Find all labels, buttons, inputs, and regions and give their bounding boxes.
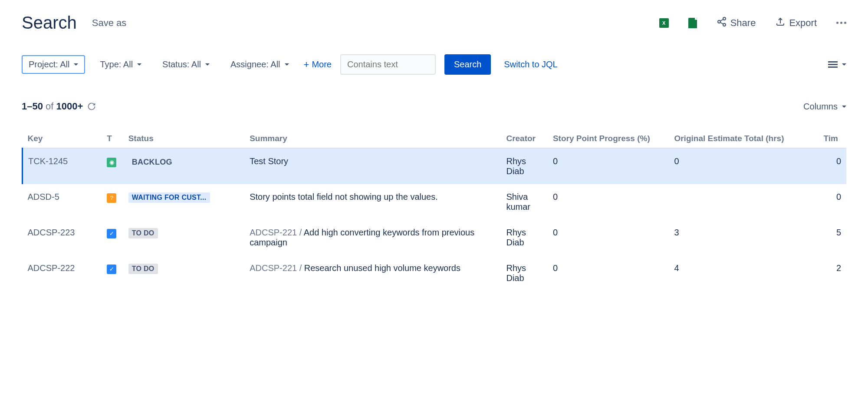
cell-key[interactable]: ADCSP-222 bbox=[23, 255, 102, 291]
col-header-tim[interactable]: Tim bbox=[818, 129, 846, 148]
svg-point-2 bbox=[723, 23, 726, 26]
cell-tim: 0 bbox=[818, 148, 846, 184]
svg-line-3 bbox=[720, 19, 723, 21]
results-table-wrap: Key T Status Summary Creator Story Point… bbox=[22, 129, 846, 291]
cell-spp: 0 bbox=[548, 255, 669, 291]
results-table: Key T Status Summary Creator Story Point… bbox=[22, 129, 846, 291]
filter-type-label: Type: All bbox=[100, 60, 133, 69]
results-bar: 1–50 of 1000+ Columns bbox=[22, 101, 846, 112]
results-range: 1–50 bbox=[22, 101, 43, 112]
status-badge: TO DO bbox=[128, 264, 158, 274]
chevron-down-icon bbox=[74, 63, 78, 66]
header-left: Search Save as bbox=[22, 13, 126, 33]
header: Search Save as X Share Export bbox=[22, 13, 846, 33]
col-header-summary[interactable]: Summary bbox=[244, 129, 501, 148]
col-header-oet[interactable]: Original Estimate Total (hrs) bbox=[669, 129, 818, 148]
search-input[interactable] bbox=[340, 54, 436, 75]
columns-label: Columns bbox=[803, 102, 838, 112]
doc-export-icon[interactable] bbox=[688, 18, 697, 28]
col-header-spp[interactable]: Story Point Progress (%) bbox=[548, 129, 669, 148]
filter-project[interactable]: Project: All bbox=[22, 55, 85, 74]
cell-spp: 0 bbox=[548, 184, 669, 220]
summary-parent-link[interactable]: ADCSP-221 / bbox=[250, 228, 304, 237]
filter-type[interactable]: Type: All bbox=[94, 56, 148, 73]
results-total: 1000+ bbox=[56, 101, 83, 112]
cell-creator: Rhys Diab bbox=[501, 255, 548, 291]
cell-creator: Rhys Diab bbox=[501, 148, 548, 184]
cell-key[interactable]: ADCSP-223 bbox=[23, 220, 102, 255]
filter-project-label: Project: All bbox=[29, 60, 69, 69]
chevron-down-icon bbox=[842, 106, 846, 108]
chevron-down-icon bbox=[842, 63, 846, 66]
cell-status: WAITING FOR CUST... bbox=[123, 184, 245, 220]
chevron-down-icon bbox=[285, 63, 289, 66]
svg-line-4 bbox=[720, 22, 723, 24]
filter-status-label: Status: All bbox=[162, 60, 201, 69]
cell-key[interactable]: TCK-1245 bbox=[23, 148, 102, 184]
cell-oet: 3 bbox=[669, 220, 818, 255]
switch-to-jql-link[interactable]: Switch to JQL bbox=[504, 60, 557, 69]
save-as-button[interactable]: Save as bbox=[92, 17, 127, 29]
table-row[interactable]: ADCSP-223 ✓ TO DO ADCSP-221 / Add high c… bbox=[23, 220, 847, 255]
table-row[interactable]: ADCSP-222 ✓ TO DO ADCSP-221 / Research u… bbox=[23, 255, 847, 291]
cell-status: TO DO bbox=[123, 220, 245, 255]
col-header-key[interactable]: Key bbox=[23, 129, 102, 148]
chevron-down-icon bbox=[205, 63, 210, 66]
table-header-row: Key T Status Summary Creator Story Point… bbox=[23, 129, 847, 148]
more-actions-button[interactable] bbox=[836, 22, 846, 24]
filter-assignee-label: Assignee: All bbox=[230, 60, 280, 69]
question-icon: ? bbox=[107, 193, 116, 203]
table-row[interactable]: TCK-1245 ◉ BACKLOG Test Story Rhys Diab … bbox=[23, 148, 847, 184]
cell-oet bbox=[669, 184, 818, 220]
summary-parent-link[interactable]: ADCSP-221 / bbox=[250, 263, 304, 273]
cell-tim: 0 bbox=[818, 184, 846, 220]
cell-type: ✓ bbox=[102, 255, 123, 291]
export-icon bbox=[775, 17, 786, 30]
cell-type: ◉ bbox=[102, 148, 123, 184]
cell-summary[interactable]: Story points total field not showing up … bbox=[244, 184, 501, 220]
more-filters-label: More bbox=[312, 60, 332, 69]
results-count: 1–50 of 1000+ bbox=[22, 101, 96, 112]
cell-key[interactable]: ADSD-5 bbox=[23, 184, 102, 220]
svg-point-0 bbox=[723, 17, 726, 20]
filter-bar: Project: All Type: All Status: All Assig… bbox=[22, 54, 846, 75]
task-icon: ✓ bbox=[107, 229, 116, 238]
export-label: Export bbox=[789, 17, 817, 29]
share-button[interactable]: Share bbox=[717, 17, 756, 30]
view-toggle-button[interactable] bbox=[828, 61, 846, 68]
cell-oet: 0 bbox=[669, 148, 818, 184]
cell-creator: Shiva kumar bbox=[501, 184, 548, 220]
excel-export-icon[interactable]: X bbox=[659, 18, 669, 28]
cell-type: ? bbox=[102, 184, 123, 220]
story-icon: ◉ bbox=[107, 158, 116, 167]
columns-button[interactable]: Columns bbox=[803, 102, 846, 112]
svg-point-1 bbox=[718, 20, 720, 23]
export-button[interactable]: Export bbox=[775, 17, 817, 30]
cell-summary[interactable]: ADCSP-221 / Add high converting keywords… bbox=[244, 220, 501, 255]
refresh-icon[interactable] bbox=[87, 102, 96, 111]
share-icon bbox=[717, 17, 727, 30]
task-icon: ✓ bbox=[107, 265, 116, 274]
status-badge: TO DO bbox=[128, 228, 158, 238]
filter-assignee[interactable]: Assignee: All bbox=[224, 56, 295, 73]
cell-tim: 5 bbox=[818, 220, 846, 255]
table-row[interactable]: ADSD-5 ? WAITING FOR CUST... Story point… bbox=[23, 184, 847, 220]
cell-summary[interactable]: Test Story bbox=[244, 148, 501, 184]
more-filters-button[interactable]: + More bbox=[304, 59, 332, 70]
plus-icon: + bbox=[304, 59, 309, 70]
cell-type: ✓ bbox=[102, 220, 123, 255]
search-button[interactable]: Search bbox=[444, 54, 491, 75]
cell-tim: 2 bbox=[818, 255, 846, 291]
filter-status[interactable]: Status: All bbox=[156, 56, 216, 73]
status-badge: WAITING FOR CUST... bbox=[128, 192, 210, 203]
cell-spp: 0 bbox=[548, 220, 669, 255]
col-header-status[interactable]: Status bbox=[123, 129, 245, 148]
header-right: X Share Export bbox=[659, 17, 846, 30]
cell-oet: 4 bbox=[669, 255, 818, 291]
cell-summary[interactable]: ADCSP-221 / Research unused high volume … bbox=[244, 255, 501, 291]
results-of: of bbox=[46, 101, 53, 112]
col-header-type[interactable]: T bbox=[102, 129, 123, 148]
col-header-creator[interactable]: Creator bbox=[501, 129, 548, 148]
cell-spp: 0 bbox=[548, 148, 669, 184]
cell-status: BACKLOG bbox=[123, 148, 245, 184]
